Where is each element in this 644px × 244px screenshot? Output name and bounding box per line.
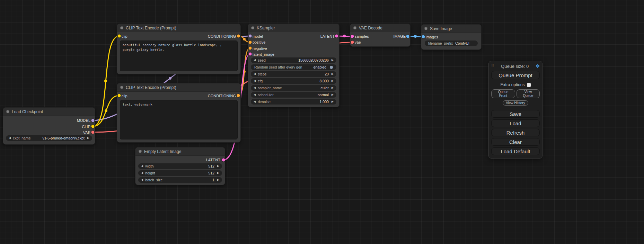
collapse-dot-icon[interactable] [120,26,123,29]
view-queue-button[interactable]: View Queue [517,89,540,98]
input-clip-label: clip [122,93,127,99]
clear-button[interactable]: Clear [491,138,540,146]
positive-prompt-textarea[interactable]: beautiful scenery nature glass bottle la… [120,40,238,71]
widget-random-seed-toggle[interactable]: Random seed after every gen enabled [251,64,336,70]
widget-name: ckpt_name [13,136,30,140]
arrow-left-icon[interactable]: ◀ [254,87,256,89]
load-button[interactable]: Load [491,119,540,127]
port-latent-image-input[interactable] [249,53,252,56]
gear-icon[interactable]: ✻ [536,63,540,69]
widget-value: enabled [314,65,326,69]
output-model-label: MODEL [77,118,90,124]
widget-scheduler[interactable]: ◀ scheduler normal ▶ [251,92,336,98]
arrow-right-icon[interactable]: ▶ [332,87,334,89]
widget-steps[interactable]: ◀ steps 20 ▶ [251,71,336,77]
arrow-left-icon[interactable]: ◀ [9,137,11,139]
drag-handle-icon[interactable]: ⠿ [491,64,494,69]
arrow-right-icon[interactable]: ▶ [332,100,334,103]
queue-prompt-button[interactable]: Queue Prompt [491,71,540,79]
collapse-dot-icon[interactable] [139,150,142,153]
port-image-output[interactable] [406,35,409,38]
queue-front-button[interactable]: Queue Front [491,89,515,98]
input-clip-label: clip [122,34,127,39]
node-load-checkpoint-header[interactable]: Load Checkpoint [3,108,95,116]
output-image-label: IMAGE [394,34,406,39]
port-vae-output[interactable] [91,131,95,134]
port-vae-input[interactable] [351,41,354,44]
node-title: CLIP Text Encode (Prompt) [126,85,176,90]
widget-value: v1-5-pruned-emaonly.ckpt [43,136,85,140]
output-clip-label: CLIP [77,124,90,130]
arrow-left-icon[interactable]: ◀ [254,80,256,82]
arrow-right-icon[interactable]: ▶ [217,179,219,181]
widget-width[interactable]: ◀ width 512 ▶ [138,163,222,169]
arrow-left-icon[interactable]: ◀ [141,172,143,174]
view-history-button[interactable]: View History [503,100,528,106]
port-latent-output-empty-latent[interactable] [222,159,225,162]
widget-name: denoise [258,100,271,104]
widget-seed[interactable]: ◀ seed 156680208700286 ▶ [251,57,336,63]
node-clip-text-encode-positive[interactable]: CLIP Text Encode (Prompt) clip CONDITION… [117,24,241,74]
port-latent-output-ksampler[interactable] [335,35,338,38]
negative-prompt-textarea[interactable]: text, watermark [120,100,238,139]
input-latent-image-label: latent_image [253,52,274,57]
widget-sampler-name[interactable]: ◀ sampler_name euler ▶ [251,85,336,91]
toggle-dot-icon[interactable] [330,66,333,69]
widget-cfg[interactable]: ◀ cfg 8.000 ▶ [251,78,336,84]
widget-batch-size[interactable]: ◀ batch_size 1 ▶ [138,177,222,183]
arrow-left-icon[interactable]: ◀ [141,165,143,168]
node-clip-text-encode-negative[interactable]: CLIP Text Encode (Prompt) clip CONDITION… [117,83,241,143]
collapse-dot-icon[interactable] [251,26,254,29]
node-clip-positive-header[interactable]: CLIP Text Encode (Prompt) [117,24,240,32]
collapse-dot-icon[interactable] [424,27,427,30]
arrow-right-icon[interactable]: ▶ [332,73,334,75]
widget-ckpt-name[interactable]: ◀ ckpt_name v1-5-pruned-emaonly.ckpt ▶ [6,135,92,141]
port-clip-input-negative[interactable] [118,94,121,97]
arrow-right-icon[interactable]: ▶ [332,93,334,96]
node-save-image[interactable]: Save Image images filename_prefix ComfyU… [421,24,482,50]
node-ksampler-header[interactable]: KSampler [248,24,339,32]
arrow-right-icon[interactable]: ▶ [87,137,89,139]
node-ksampler[interactable]: KSampler model positive negative latent_… [248,24,339,107]
port-conditioning-output-positive[interactable] [237,35,240,38]
node-empty-latent-image[interactable]: Empty Latent Image LATENT ◀ width 512 ▶ … [135,147,225,185]
port-images-input[interactable] [422,35,425,38]
arrow-left-icon[interactable]: ◀ [141,179,143,181]
port-model-input[interactable] [249,35,252,38]
widget-denoise[interactable]: ◀ denoise 1.000 ▶ [251,99,336,105]
port-positive-input[interactable] [249,41,252,44]
widget-name: sampler_name [258,86,282,90]
arrow-right-icon[interactable]: ▶ [332,59,334,62]
save-button[interactable]: Save [491,110,540,118]
arrow-right-icon[interactable]: ▶ [217,165,219,168]
arrow-right-icon[interactable]: ▶ [332,80,334,82]
refresh-button[interactable]: Refresh [491,129,540,136]
port-clip-output[interactable] [91,125,95,128]
node-vae-decode[interactable]: VAE Decode samples IMAGE vae [350,24,411,47]
node-load-checkpoint[interactable]: Load Checkpoint MODEL CLIP VAE ◀ ckpt_na… [3,107,95,145]
port-negative-input[interactable] [249,47,252,50]
input-vae-label: vae [355,39,361,45]
arrow-left-icon[interactable]: ◀ [254,73,256,75]
extra-options-checkbox[interactable] [527,83,531,87]
arrow-left-icon[interactable]: ◀ [254,93,256,96]
widget-name: scheduler [258,93,274,97]
arrow-right-icon[interactable]: ▶ [217,172,219,174]
collapse-dot-icon[interactable] [120,86,123,89]
widget-filename-prefix[interactable]: filename_prefix ComfyUI [425,40,478,46]
port-clip-input-positive[interactable] [118,35,121,38]
collapse-dot-icon[interactable] [353,26,356,29]
collapse-dot-icon[interactable] [6,110,9,113]
node-clip-negative-header[interactable]: CLIP Text Encode (Prompt) [117,83,240,92]
port-model-output[interactable] [91,119,95,122]
widget-height[interactable]: ◀ height 512 ▶ [138,170,222,176]
port-conditioning-output-negative[interactable] [237,94,240,97]
node-vae-decode-header[interactable]: VAE Decode [350,24,410,32]
widget-value: 1 [212,178,214,182]
arrow-left-icon[interactable]: ◀ [254,100,256,103]
load-default-button[interactable]: Load Default [491,147,540,155]
node-empty-latent-header[interactable]: Empty Latent Image [135,147,225,156]
node-save-image-header[interactable]: Save Image [421,25,481,33]
arrow-left-icon[interactable]: ◀ [254,59,256,62]
port-samples-input[interactable] [351,35,354,38]
